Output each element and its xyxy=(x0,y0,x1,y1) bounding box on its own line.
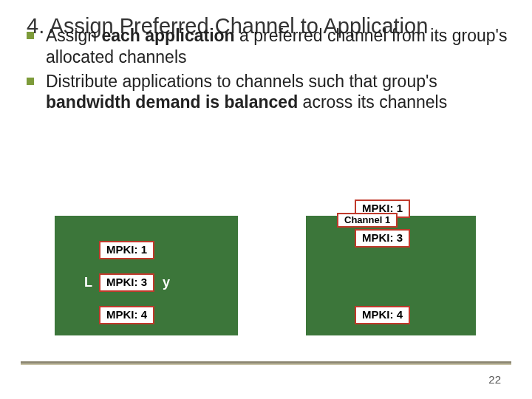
bullet1-emph: each application xyxy=(101,26,234,45)
bullet1-pre: Assign xyxy=(46,26,101,45)
left-group-box: L y MPKI: 1 MPKI: 3 MPKI: 4 xyxy=(55,216,238,335)
body-text: Assign each application a preferred chan… xyxy=(27,25,511,113)
page-number: 22 xyxy=(488,373,501,386)
channel-label: Channel 1 xyxy=(337,213,398,228)
bullet-item-2: Distribute applications to channels such… xyxy=(27,71,511,114)
mpki-badge: MPKI: 3 xyxy=(99,273,154,292)
side-letter-r: y xyxy=(163,275,170,290)
slide: 4. Assign Preferred Channel to Applicati… xyxy=(0,0,532,399)
footer-divider xyxy=(21,361,511,365)
bullet2-post: across its channels xyxy=(298,92,447,112)
diagram-area: L y MPKI: 1 MPKI: 3 MPKI: 4 MPKI: 1 Chan… xyxy=(55,216,474,344)
bullet-item-1: Assign each application a preferred chan… xyxy=(27,25,511,68)
mpki-badge: MPKI: 4 xyxy=(355,306,410,324)
bullet2-emph: bandwidth demand is balanced xyxy=(46,92,298,112)
mpki-badge: MPKI: 4 xyxy=(99,306,154,324)
mpki-badge: MPKI: 3 xyxy=(355,229,410,248)
bullet-list: Assign each application a preferred chan… xyxy=(27,25,511,113)
bullet2-pre: Distribute applications to channels such… xyxy=(46,72,437,91)
mpki-badge: MPKI: 1 xyxy=(99,241,154,259)
right-group-box: MPKI: 1 Channel 1 MPKI: 3 MPKI: 4 xyxy=(306,216,476,335)
side-letter-l: L xyxy=(84,275,92,290)
